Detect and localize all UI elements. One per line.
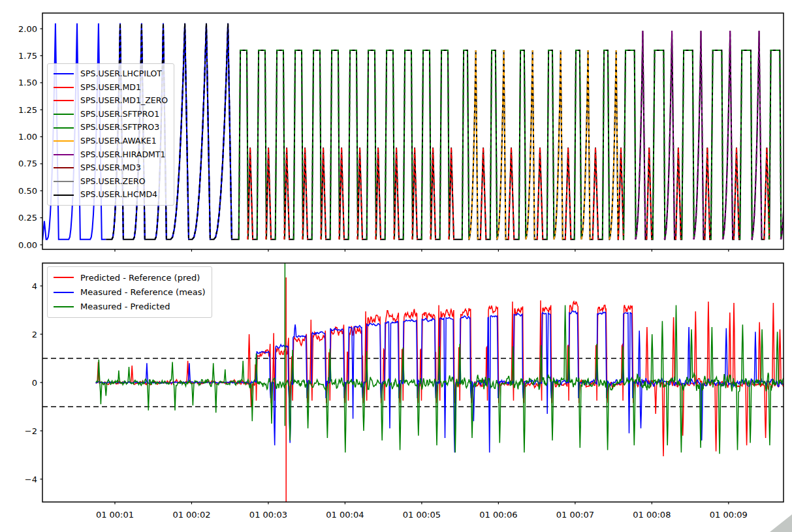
cycle-dashed-overlay xyxy=(404,50,413,240)
cycle-dashed-overlay xyxy=(769,50,782,240)
cycle-dashed-overlay xyxy=(367,50,376,240)
x-tick-label: 01 00:09 xyxy=(710,510,748,520)
legend-label: Measured - Reference (meas) xyxy=(80,288,206,296)
cycle-dashed-overlay xyxy=(385,50,394,240)
lhcmd4-dashed-overlay xyxy=(192,23,210,240)
window-resize-grip[interactable] xyxy=(770,514,792,532)
legend-line-sample xyxy=(54,195,74,196)
cycle-dashed-overlay xyxy=(422,50,431,240)
legend-line-sample xyxy=(54,306,74,307)
cycle-dashed-overlay xyxy=(740,50,752,240)
cycle-dashed-overlay xyxy=(624,50,636,240)
legend-item: SPS.USER.MD1 xyxy=(54,81,168,95)
cycle-dashed-overlay xyxy=(711,50,723,240)
legend-bottom-chart: Predicted - Reference (pred)Measured - R… xyxy=(47,266,212,318)
legend-line-sample xyxy=(54,87,74,88)
legend-item: SPS.USER.MD1_ZERO xyxy=(54,94,168,108)
legend-line-sample xyxy=(54,292,74,293)
legend-label: SPS.USER.ZERO xyxy=(80,178,146,186)
legend-line-sample xyxy=(54,167,74,168)
legend-item: SPS.USER.LHCMD4 xyxy=(54,188,168,202)
y-tick-label: 2 xyxy=(32,330,37,339)
legend-label: Measured - Predicted xyxy=(80,302,170,311)
y-tick-label: 0 xyxy=(32,378,37,388)
legend-item: SPS.USER.AWAKE1 xyxy=(54,134,168,148)
cycle-dashed-overlay xyxy=(469,50,478,240)
x-tick-label: 01 00:07 xyxy=(556,510,594,520)
legend-line-sample xyxy=(54,181,74,182)
legend-label: SPS.USER.MD1 xyxy=(80,84,141,92)
legend-label: SPS.USER.MD3 xyxy=(80,164,141,172)
legend-item: SPS.USER.MD3 xyxy=(54,161,168,175)
legend-label: SPS.USER.LHCPILOT xyxy=(80,70,162,78)
y-tick-label: 1.50 xyxy=(18,78,37,87)
legend-label: SPS.USER.LHCMD4 xyxy=(80,191,157,199)
legend-top-chart: SPS.USER.LHCPILOTSPS.USER.MD1SPS.USER.MD… xyxy=(47,63,174,206)
legend-item: SPS.USER.SFTPRO3 xyxy=(54,121,168,134)
legend-label: Predicted - Reference (pred) xyxy=(80,274,200,282)
legend-line-sample xyxy=(54,140,74,142)
cycle-dashed-overlay xyxy=(239,50,248,240)
cycle-dashed-overlay xyxy=(682,50,694,240)
figure-window: 01 00:0101 00:0201 00:0301 00:0401 00:05… xyxy=(0,0,792,532)
lhcmd4-dashed-overlay xyxy=(214,23,232,240)
x-tick-label: 01 00:06 xyxy=(479,510,517,520)
y-tick-label: 0.00 xyxy=(18,240,37,250)
cycle-dashed-overlay xyxy=(440,50,449,240)
y-tick-label: 1.00 xyxy=(18,132,37,142)
y-tick-label: −2 xyxy=(25,426,37,436)
y-tick-label: 0.75 xyxy=(18,159,37,168)
legend-item: Measured - Reference (meas) xyxy=(54,285,206,299)
legend-line-sample xyxy=(54,127,74,129)
y-tick-label: 2.00 xyxy=(18,24,37,34)
x-tick-label: 01 00:03 xyxy=(249,510,287,520)
cycle-dashed-overlay xyxy=(276,50,285,240)
y-tick-label: −4 xyxy=(25,475,37,484)
cycle-dashed-overlay xyxy=(554,50,563,240)
legend-label: SPS.USER.HIRADMT1 xyxy=(80,151,165,159)
legend-line-sample xyxy=(54,73,74,74)
legend-line-sample xyxy=(54,100,74,101)
cycle-dashed-overlay xyxy=(653,50,665,240)
y-tick-label: 0.25 xyxy=(18,213,37,223)
cycle-dashed-overlay xyxy=(294,50,303,240)
y-tick-label: 0.50 xyxy=(18,186,37,196)
cycle-dashed-overlay xyxy=(349,50,358,240)
x-tick-label: 01 00:08 xyxy=(633,510,671,520)
cycle-dashed-overlay xyxy=(526,50,535,240)
x-tick-label: 01 00:05 xyxy=(403,510,441,520)
cycle-dashed-overlay xyxy=(497,50,506,240)
legend-line-sample xyxy=(54,277,74,278)
y-tick-label: 1.25 xyxy=(18,105,37,115)
legend-item: SPS.USER.SFTPRO1 xyxy=(54,108,168,121)
legend-item: SPS.USER.HIRADMT1 xyxy=(54,148,168,162)
cycle-dashed-overlay xyxy=(257,50,266,240)
legend-label: SPS.USER.SFTPRO3 xyxy=(80,123,159,132)
legend-line-sample xyxy=(54,154,74,155)
y-tick-label: 4 xyxy=(32,281,37,291)
x-tick-label: 01 00:01 xyxy=(96,510,134,520)
cycle-dashed-overlay xyxy=(312,50,321,240)
legend-line-sample xyxy=(54,114,74,115)
legend-item: Measured - Predicted xyxy=(54,300,206,314)
legend-label: SPS.USER.SFTPRO1 xyxy=(80,110,159,119)
y-tick-label: 1.75 xyxy=(18,51,37,61)
cycle-dashed-overlay xyxy=(780,31,791,239)
x-tick-label: 01 00:04 xyxy=(326,510,364,520)
cycle-dashed-overlay xyxy=(581,50,590,240)
legend-label: SPS.USER.AWAKE1 xyxy=(80,137,157,146)
legend-item: SPS.USER.LHCPILOT xyxy=(54,67,168,81)
legend-item: SPS.USER.ZERO xyxy=(54,175,168,189)
legend-label: SPS.USER.MD1_ZERO xyxy=(80,97,168,105)
cycle-dashed-overlay xyxy=(609,50,618,240)
cycle-dashed-overlay xyxy=(330,50,340,240)
x-tick-label: 01 00:02 xyxy=(172,510,210,520)
legend-item: Predicted - Reference (pred) xyxy=(54,270,206,285)
